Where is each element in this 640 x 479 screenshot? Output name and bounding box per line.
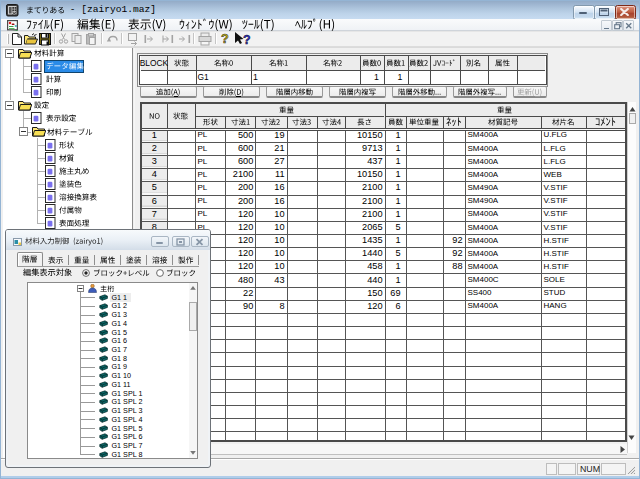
svg-text:?: ? — [221, 32, 229, 46]
svg-text:?: ? — [243, 33, 251, 47]
